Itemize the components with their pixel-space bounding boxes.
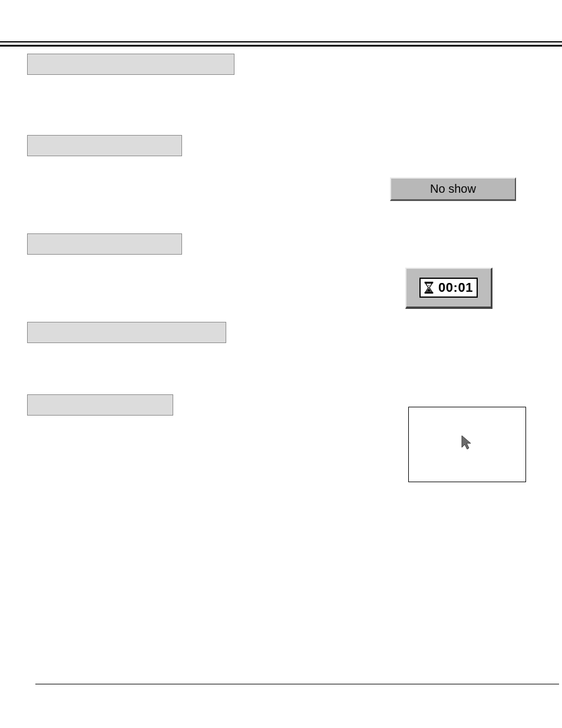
footer-rule [35, 684, 559, 684]
no-show-button[interactable]: No show [390, 177, 516, 201]
input-field-5[interactable] [27, 394, 173, 416]
timer-value: 00:01 [438, 280, 473, 295]
cursor-icon [461, 434, 474, 451]
input-field-1[interactable] [27, 54, 234, 75]
header-double-rule [0, 41, 562, 47]
hourglass-icon [422, 281, 436, 295]
svg-point-2 [428, 285, 429, 286]
input-field-3[interactable] [27, 233, 182, 255]
timer-display: 00:01 [419, 278, 478, 298]
input-field-2[interactable] [27, 135, 182, 156]
timer-button[interactable]: 00:01 [405, 268, 492, 309]
input-field-4[interactable] [27, 322, 226, 343]
cursor-preview-box [408, 407, 526, 482]
no-show-label: No show [430, 182, 476, 196]
